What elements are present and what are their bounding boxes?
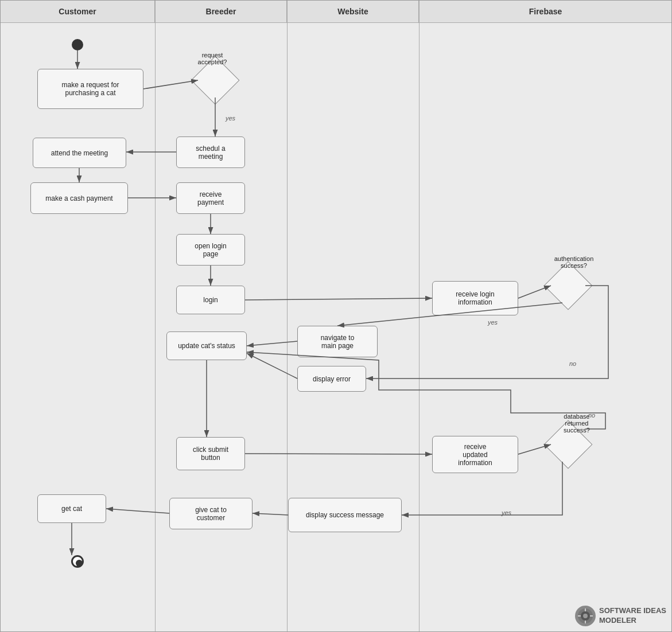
swimlane-header-customer: Customer: [0, 0, 155, 23]
update-cat-status-box: update cat's status: [166, 331, 247, 360]
request-accepted-diamond: [198, 63, 232, 97]
svg-line-17: [253, 513, 288, 515]
end-node: [71, 555, 84, 568]
open-login-box: open login page: [176, 234, 245, 266]
make-payment-box: make a cash payment: [30, 182, 128, 214]
receive-login-info-box: receive login information: [432, 281, 518, 315]
get-cat-box: get cat: [37, 494, 106, 523]
svg-line-13: [247, 353, 297, 379]
swimlane-header-firebase: Firebase: [419, 0, 672, 23]
make-request-box: make a request for purchasing a cat: [37, 69, 143, 109]
edge-label-no3: no: [588, 412, 595, 419]
schedul-meeting-box: schedul a meeting: [176, 136, 245, 168]
svg-point-22: [583, 614, 588, 618]
svg-line-15: [245, 454, 432, 454]
swimlane-header-breeder: Breeder: [155, 0, 287, 23]
svg-line-18: [106, 509, 169, 513]
give-cat-box: give cat to customer: [169, 498, 253, 529]
navigate-main-box: navigate to main page: [297, 326, 378, 357]
attend-meeting-box: attend the meeting: [33, 138, 126, 168]
display-success-box: display success message: [288, 498, 402, 532]
divider-3: [419, 23, 419, 632]
svg-line-9: [245, 298, 432, 300]
edge-label-yes2: yes: [488, 319, 498, 326]
divider-1: [155, 23, 156, 632]
request-accepted-label: request accepted?: [178, 52, 247, 65]
diagram-container: Customer Breeder Website Firebase make a…: [0, 0, 672, 632]
start-node: [72, 39, 83, 50]
edge-label-no2: no: [569, 360, 576, 367]
auth-success-diamond: [551, 268, 585, 303]
watermark-icon: [575, 606, 596, 626]
watermark-text: SOFTWARE IDEAS MODELER: [599, 606, 666, 626]
click-submit-box: click submit button: [176, 437, 245, 470]
receive-updated-box: receive updated information: [432, 436, 518, 473]
login-box: login: [176, 286, 245, 314]
receive-payment-box: receive payment: [176, 182, 245, 214]
swimlane-header-website: Website: [287, 0, 419, 23]
svg-line-12: [247, 341, 297, 346]
watermark: SOFTWARE IDEAS MODELER: [575, 606, 666, 626]
end-node-inner: [76, 560, 83, 567]
db-success-label: database returned success?: [539, 413, 614, 434]
auth-success-label: authentication success?: [539, 255, 608, 269]
divider-2: [287, 23, 288, 632]
svg-line-2: [143, 80, 198, 89]
display-error-box: display error: [297, 366, 366, 392]
edge-label-yes3: yes: [502, 509, 511, 516]
edge-label-yes1: yes: [226, 115, 235, 122]
